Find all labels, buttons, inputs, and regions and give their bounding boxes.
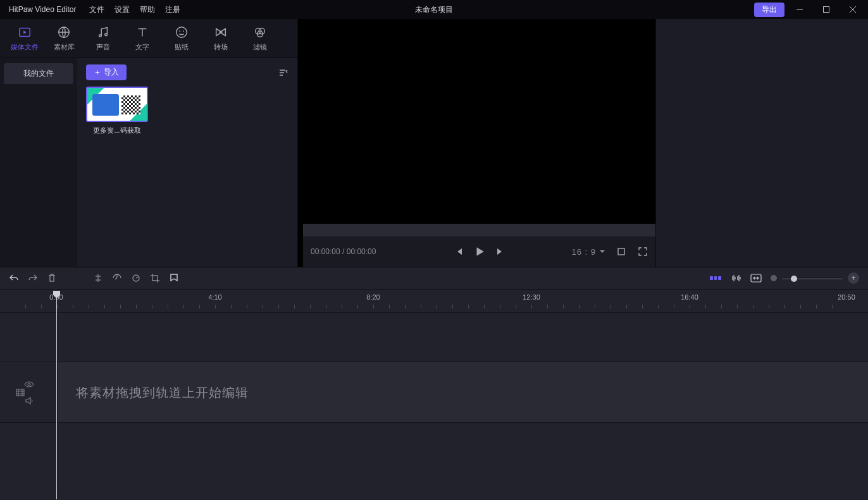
- svg-rect-17: [16, 389, 24, 396]
- ruler-minor-tick: [73, 305, 73, 308]
- ruler-minor-tick: [263, 305, 263, 308]
- track-lane[interactable]: 将素材拖拽到轨道上开始编辑: [58, 362, 868, 422]
- zoom-out-button[interactable]: [771, 275, 777, 281]
- tab-library[interactable]: 素材库: [44, 25, 84, 52]
- ruler-minor-tick: [89, 305, 89, 308]
- ruler-minor-tick: [389, 305, 390, 308]
- ruler-minor-tick: [120, 305, 121, 308]
- ruler-minor-tick: [452, 305, 453, 308]
- ruler-minor-tick: [832, 305, 833, 308]
- tab-sticker[interactable]: 贴纸: [162, 25, 201, 52]
- svg-point-5: [177, 27, 187, 37]
- minimize-button[interactable]: [788, 2, 811, 17]
- media-pane: 媒体文件 素材库 声音 文字 贴纸 转场: [0, 19, 298, 267]
- waveform-button[interactable]: [730, 274, 741, 283]
- ruler-minor-tick: [500, 305, 500, 308]
- redo-button[interactable]: [28, 273, 38, 283]
- tab-media[interactable]: 媒体文件: [5, 25, 44, 52]
- ruler-minor-tick: [168, 305, 168, 308]
- ruler-tick: 4:10: [208, 293, 221, 301]
- marker-button[interactable]: [169, 273, 179, 283]
- track-lane[interactable]: [58, 313, 868, 362]
- tab-transition[interactable]: 转场: [201, 25, 240, 52]
- tab-filter[interactable]: 滤镜: [240, 25, 280, 52]
- zoom-knob[interactable]: [791, 276, 797, 282]
- ruler-minor-tick: [199, 305, 200, 308]
- ruler-minor-tick: [231, 305, 232, 308]
- ruler-minor-tick: [674, 305, 674, 308]
- ruler-minor-tick: [547, 305, 548, 308]
- timeline-ruler[interactable]: 0:004:108:2012:3016:4020:50: [0, 290, 868, 312]
- ruler-minor-tick: [421, 305, 421, 308]
- svg-point-6: [179, 30, 180, 32]
- ruler-tick: 20:50: [838, 293, 855, 301]
- svg-point-3: [99, 34, 102, 37]
- ruler-tick: 16:40: [681, 293, 698, 301]
- ruler-minor-tick: [104, 305, 105, 308]
- media-item[interactable]: 更多资...码获取: [86, 87, 148, 135]
- ruler-minor-tick: [357, 305, 358, 308]
- ruler-minor-tick: [215, 305, 216, 308]
- project-title: 未命名项目: [415, 4, 453, 15]
- undo-button[interactable]: [9, 273, 19, 283]
- text-icon: [135, 25, 149, 39]
- preview-scrubber[interactable]: [303, 224, 655, 236]
- ruler-minor-tick: [611, 305, 611, 308]
- ruler-minor-tick: [579, 305, 580, 308]
- ruler-minor-tick: [278, 305, 279, 308]
- media-thumbnail: [86, 87, 148, 122]
- prev-frame-button[interactable]: [454, 247, 464, 257]
- ruler-minor-tick: [753, 305, 753, 308]
- sidebar-item-my-files[interactable]: 我的文件: [4, 63, 73, 84]
- ruler-minor-tick: [484, 305, 485, 308]
- ruler-minor-tick: [516, 305, 516, 308]
- playhead[interactable]: [56, 291, 57, 499]
- fit-button[interactable]: [750, 274, 762, 283]
- zoom-in-button[interactable]: +: [848, 272, 859, 284]
- import-button[interactable]: ＋ 导入: [86, 64, 127, 80]
- crop-button[interactable]: [616, 247, 626, 257]
- ruler-minor-tick: [25, 305, 26, 308]
- app-name: HitPaw Video Editor: [9, 5, 77, 14]
- category-tabs: 媒体文件 素材库 声音 文字 贴纸 转场: [0, 19, 297, 58]
- track-lane[interactable]: [58, 423, 868, 485]
- ruler-minor-tick: [705, 305, 706, 308]
- track-head: [0, 313, 58, 362]
- menu-file[interactable]: 文件: [89, 4, 104, 15]
- ruler-tick: 8:20: [366, 293, 380, 301]
- preview-controls: 00:00:00 / 00:00:00 16 : 9: [303, 236, 655, 267]
- ruler-minor-tick: [136, 305, 137, 308]
- media-item-label: 更多资...码获取: [86, 126, 148, 135]
- menu-help[interactable]: 帮助: [140, 4, 155, 15]
- close-button[interactable]: [841, 2, 864, 17]
- zoom-slider[interactable]: [782, 277, 843, 279]
- rotate-button[interactable]: [131, 273, 141, 283]
- ruler-minor-tick: [247, 305, 247, 308]
- preview-time: 00:00:00 / 00:00:00: [311, 247, 376, 256]
- crop-tool-button[interactable]: [150, 273, 160, 283]
- track-head: [0, 423, 58, 485]
- fullscreen-button[interactable]: [638, 247, 648, 257]
- ruler-minor-tick: [784, 305, 785, 308]
- menu-register[interactable]: 注册: [165, 4, 180, 15]
- aspect-ratio-dropdown[interactable]: 16 : 9: [571, 247, 605, 257]
- play-button[interactable]: [474, 246, 485, 257]
- speed-button[interactable]: [112, 273, 122, 283]
- export-button[interactable]: 导出: [754, 3, 784, 17]
- maximize-button[interactable]: [815, 2, 838, 17]
- svg-point-12: [133, 275, 139, 281]
- sort-button[interactable]: [278, 68, 288, 78]
- tab-audio[interactable]: 声音: [84, 25, 123, 52]
- menu-settings[interactable]: 设置: [115, 4, 130, 15]
- track-row: 将素材拖拽到轨道上开始编辑: [0, 362, 868, 422]
- split-button[interactable]: [93, 273, 103, 283]
- ruler-minor-tick: [41, 305, 42, 308]
- ruler-minor-tick: [405, 305, 406, 308]
- delete-button[interactable]: [47, 273, 57, 283]
- tab-text[interactable]: 文字: [123, 25, 162, 52]
- snap-button[interactable]: [710, 274, 721, 283]
- next-frame-button[interactable]: [495, 247, 505, 257]
- music-icon: [96, 25, 110, 39]
- titlebar: HitPaw Video Editor 文件 设置 帮助 注册 未命名项目 导出: [0, 0, 868, 19]
- zoom-control: +: [771, 272, 859, 284]
